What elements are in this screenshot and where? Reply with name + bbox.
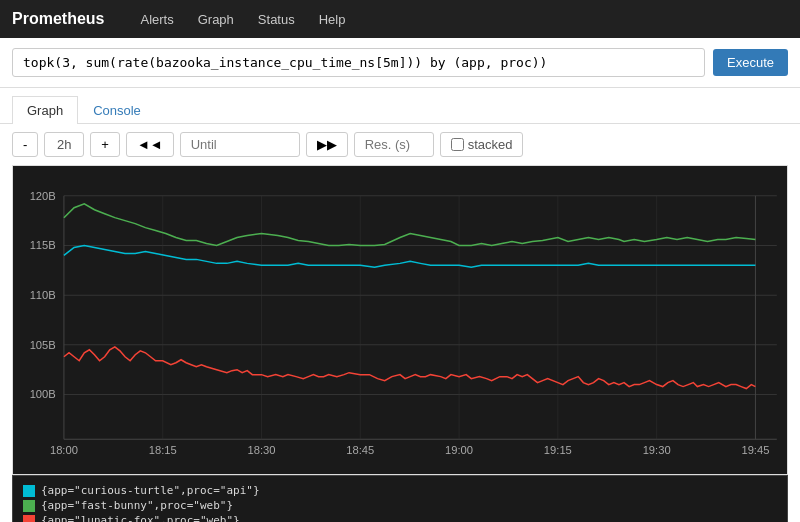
nav-alerts[interactable]: Alerts [128, 4, 185, 35]
svg-text:115B: 115B [30, 240, 56, 252]
chart-container: 120B 115B 110B 105B 100B 18:00 18:15 18:… [0, 165, 800, 475]
legend-label-1: {app="fast-bunny",proc="web"} [41, 499, 233, 512]
time-plus-button[interactable]: + [90, 132, 120, 157]
tab-console[interactable]: Console [78, 96, 156, 124]
time-next-button[interactable]: ▶▶ [306, 132, 348, 157]
nav-status[interactable]: Status [246, 4, 307, 35]
brand: Prometheus [12, 10, 104, 28]
nav-menu: Alerts Graph Status Help [128, 4, 357, 35]
legend-label-0: {app="curious-turtle",proc="api"} [41, 484, 260, 497]
svg-text:18:45: 18:45 [346, 444, 374, 456]
svg-text:18:15: 18:15 [149, 444, 177, 456]
svg-text:120B: 120B [30, 190, 56, 202]
until-input[interactable] [180, 132, 300, 157]
query-bar: Execute [0, 38, 800, 88]
svg-text:105B: 105B [30, 339, 56, 351]
svg-text:19:00: 19:00 [445, 444, 473, 456]
legend-item-2: {app="lunatic-fox",proc="web"} [23, 514, 777, 522]
stacked-checkbox[interactable] [451, 138, 464, 151]
svg-text:18:00: 18:00 [50, 444, 78, 456]
nav-graph[interactable]: Graph [186, 4, 246, 35]
nav-help[interactable]: Help [307, 4, 358, 35]
svg-text:100B: 100B [30, 389, 56, 401]
svg-text:19:15: 19:15 [544, 444, 572, 456]
svg-rect-0 [13, 166, 787, 474]
legend-color-2 [23, 515, 35, 523]
legend-item-0: {app="curious-turtle",proc="api"} [23, 484, 777, 497]
tab-graph[interactable]: Graph [12, 96, 78, 124]
chart-svg: 120B 115B 110B 105B 100B 18:00 18:15 18:… [13, 166, 787, 474]
stacked-toggle[interactable]: stacked [440, 132, 524, 157]
controls: - 2h + ◄◄ ▶▶ stacked [0, 124, 800, 165]
time-prev-button[interactable]: ◄◄ [126, 132, 174, 157]
resolution-input[interactable] [354, 132, 434, 157]
svg-text:110B: 110B [30, 289, 56, 301]
svg-text:18:30: 18:30 [247, 444, 275, 456]
time-minus-button[interactable]: - [12, 132, 38, 157]
stacked-label-text: stacked [468, 137, 513, 152]
legend-item-1: {app="fast-bunny",proc="web"} [23, 499, 777, 512]
legend: {app="curious-turtle",proc="api"} {app="… [12, 475, 788, 522]
svg-text:19:45: 19:45 [741, 444, 769, 456]
svg-text:19:30: 19:30 [643, 444, 671, 456]
chart-area: 120B 115B 110B 105B 100B 18:00 18:15 18:… [12, 165, 788, 475]
navbar: Prometheus Alerts Graph Status Help [0, 0, 800, 38]
tabs: Graph Console [0, 88, 800, 124]
legend-color-1 [23, 500, 35, 512]
execute-button[interactable]: Execute [713, 49, 788, 76]
query-input[interactable] [12, 48, 705, 77]
time-range-display: 2h [44, 132, 84, 157]
legend-color-0 [23, 485, 35, 497]
legend-label-2: {app="lunatic-fox",proc="web"} [41, 514, 240, 522]
